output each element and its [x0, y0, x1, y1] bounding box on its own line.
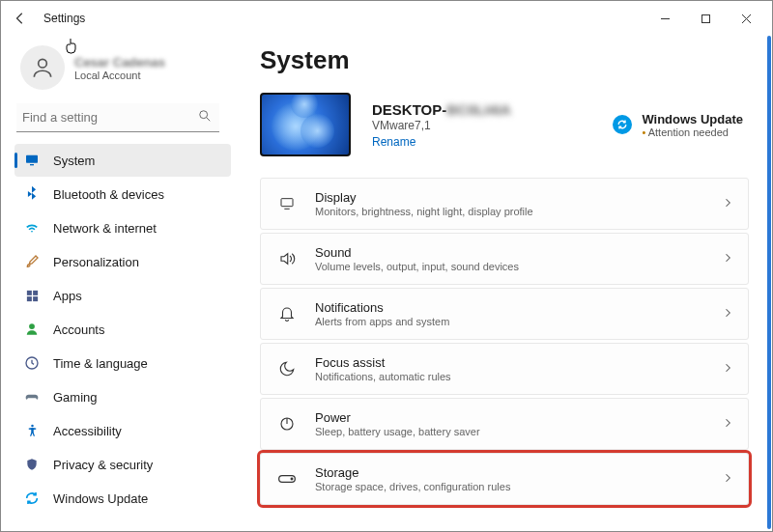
sidebar-item-label: Windows Update: [53, 491, 148, 506]
access-icon: [24, 423, 40, 438]
sound-icon: [276, 250, 298, 267]
card-title: Display: [315, 190, 533, 205]
brush-icon: [24, 254, 40, 269]
apps-icon: [24, 288, 40, 303]
svg-rect-8: [33, 290, 38, 294]
account-type: Local Account: [74, 70, 165, 81]
sidebar-item-label: Accessibility: [53, 424, 122, 438]
svg-rect-10: [33, 296, 38, 301]
person-icon: [24, 322, 40, 337]
svg-rect-7: [26, 290, 31, 294]
svg-point-2: [39, 59, 47, 68]
card-focus-assist[interactable]: Focus assistNotifications, automatic rul…: [260, 343, 749, 395]
shield-icon: [24, 457, 40, 472]
chevron-right-icon: [723, 252, 732, 266]
card-subtitle: Storage space, drives, configuration rul…: [315, 481, 510, 492]
chevron-right-icon: [723, 362, 732, 377]
svg-point-13: [31, 425, 34, 428]
sidebar-item-apps[interactable]: Apps: [14, 279, 231, 312]
svg-rect-1: [701, 14, 709, 22]
sidebar-item-bluetooth-devices[interactable]: Bluetooth & devices: [14, 178, 231, 210]
sidebar-item-label: Time & language: [53, 356, 148, 371]
card-subtitle: Notifications, automatic rules: [315, 371, 451, 382]
card-subtitle: Volume levels, output, input, sound devi…: [315, 261, 519, 272]
monitor-icon: [24, 153, 40, 168]
window-title: Settings: [43, 12, 85, 25]
card-title: Notifications: [315, 300, 449, 315]
device-name: DESKTOP-BC0LI4IA: [372, 101, 511, 118]
sidebar-item-network-internet[interactable]: Network & internet: [14, 211, 231, 244]
sidebar: Cesar Cadenas Local Account SystemBlueto…: [1, 36, 231, 531]
moon-icon: [276, 360, 298, 378]
svg-point-11: [29, 323, 35, 329]
sidebar-item-label: Privacy & security: [53, 458, 153, 472]
clock-icon: [24, 355, 40, 371]
sidebar-item-label: Apps: [53, 289, 82, 303]
device-model: VMware7,1: [372, 119, 511, 132]
content-area: System DESKTOP-BC0LI4IA VMware7,1 Rename…: [231, 36, 772, 531]
sidebar-item-system[interactable]: System: [14, 144, 231, 177]
update-title: Windows Update: [642, 112, 743, 126]
search-icon: [198, 109, 212, 126]
avatar: [20, 45, 65, 90]
card-subtitle: Sleep, battery usage, battery saver: [315, 426, 480, 437]
sidebar-item-gaming[interactable]: Gaming: [14, 380, 231, 413]
title-bar: Settings: [1, 1, 772, 36]
card-storage[interactable]: StorageStorage space, drives, configurat…: [260, 453, 749, 505]
card-title: Sound: [315, 245, 519, 260]
storage-icon: [276, 473, 298, 485]
chevron-right-icon: [723, 307, 732, 322]
card-sound[interactable]: SoundVolume levels, output, input, sound…: [260, 233, 749, 285]
svg-rect-14: [281, 199, 293, 207]
sidebar-item-privacy-security[interactable]: Privacy & security: [14, 448, 231, 481]
power-icon: [276, 415, 298, 433]
account-name: Cesar Cadenas: [74, 55, 165, 70]
wifi-icon: [24, 220, 40, 236]
page-title: System: [260, 45, 749, 75]
chevron-right-icon: [723, 472, 732, 487]
sidebar-item-label: Accounts: [53, 322, 104, 337]
bluetooth-icon: [24, 186, 40, 202]
scrollbar[interactable]: [767, 36, 771, 529]
card-notifications[interactable]: NotificationsAlerts from apps and system: [260, 288, 749, 340]
account-block[interactable]: Cesar Cadenas Local Account: [14, 42, 231, 103]
windows-update-tile[interactable]: Windows Update Attention needed: [613, 112, 743, 138]
sidebar-item-personalization[interactable]: Personalization: [14, 245, 231, 278]
close-button[interactable]: [726, 4, 766, 33]
gaming-icon: [24, 389, 40, 405]
chevron-right-icon: [723, 417, 732, 432]
bell-icon: [276, 305, 298, 322]
minimize-button[interactable]: [644, 4, 685, 33]
card-display[interactable]: DisplayMonitors, brightness, night light…: [260, 178, 749, 230]
svg-rect-9: [26, 296, 31, 301]
card-title: Storage: [315, 465, 510, 480]
sidebar-item-accounts[interactable]: Accounts: [14, 313, 231, 346]
sidebar-item-label: Gaming: [53, 390, 98, 405]
sidebar-item-label: Bluetooth & devices: [53, 187, 164, 202]
svg-rect-5: [26, 155, 38, 163]
chevron-right-icon: [723, 197, 732, 211]
svg-line-4: [207, 118, 211, 122]
search-input[interactable]: [16, 103, 219, 132]
sidebar-item-label: System: [53, 154, 95, 168]
svg-rect-6: [30, 164, 34, 165]
sidebar-item-accessibility[interactable]: Accessibility: [14, 414, 231, 447]
card-subtitle: Alerts from apps and system: [315, 316, 449, 327]
display-icon: [276, 196, 298, 211]
sidebar-item-label: Personalization: [53, 255, 139, 269]
maximize-button[interactable]: [685, 4, 726, 33]
update-status: Attention needed: [642, 126, 743, 138]
sidebar-item-label: Network & internet: [53, 221, 157, 236]
back-button[interactable]: [7, 5, 34, 32]
svg-point-3: [200, 111, 208, 119]
sidebar-item-windows-update[interactable]: Windows Update: [14, 482, 231, 515]
card-power[interactable]: PowerSleep, battery usage, battery saver: [260, 398, 749, 450]
sidebar-item-time-language[interactable]: Time & language: [14, 347, 231, 379]
card-subtitle: Monitors, brightness, night light, displ…: [315, 206, 533, 217]
device-image: [260, 93, 351, 156]
update-icon: [613, 115, 632, 134]
rename-link[interactable]: Rename: [372, 135, 511, 149]
update-icon: [24, 490, 40, 506]
card-title: Power: [315, 410, 480, 425]
card-title: Focus assist: [315, 355, 451, 370]
